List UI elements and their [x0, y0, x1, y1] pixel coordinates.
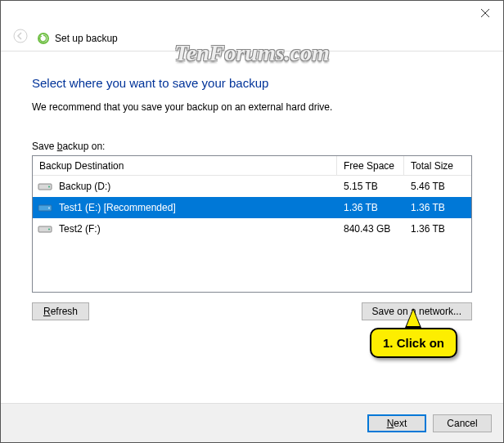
wizard-header: Set up backup — [1, 25, 503, 51]
list-header: Backup Destination Free Space Total Size — [33, 156, 471, 176]
content-area: Select where you want to save your backu… — [1, 51, 503, 320]
callout-text: 1. Click on — [370, 328, 457, 358]
footer: Next Cancel — [1, 403, 503, 442]
column-header-total-size[interactable]: Total Size — [404, 156, 471, 175]
destination-list[interactable]: Backup Destination Free Space Total Size… — [32, 155, 472, 293]
recommend-text: We recommend that you save your backup o… — [32, 101, 472, 113]
page-heading: Select where you want to save your backu… — [32, 76, 472, 90]
column-header-free-space[interactable]: Free Space — [337, 156, 404, 175]
svg-point-8 — [48, 208, 50, 209]
svg-point-2 — [14, 29, 27, 43]
wizard-title: Set up backup — [55, 33, 118, 44]
refresh-button[interactable]: Refresh — [32, 302, 89, 320]
next-button[interactable]: Next — [367, 414, 426, 432]
titlebar — [1, 1, 503, 25]
total-size: 5.46 TB — [404, 181, 471, 192]
column-header-destination[interactable]: Backup Destination — [33, 156, 337, 175]
list-row-selected[interactable]: Test1 (E:) [Recommended] 1.36 TB 1.36 TB — [33, 197, 471, 218]
drive-icon — [38, 223, 52, 235]
total-size: 1.36 TB — [404, 223, 471, 235]
close-button[interactable] — [466, 1, 503, 25]
svg-point-10 — [48, 229, 50, 230]
back-arrow-icon — [7, 28, 34, 48]
save-on-label: Save backup on: — [32, 141, 472, 152]
backup-app-icon — [37, 32, 50, 45]
annotation-callout: 1. Click on — [370, 328, 457, 358]
free-space: 1.36 TB — [337, 202, 404, 213]
cancel-button[interactable]: Cancel — [433, 414, 492, 432]
drive-name: Backup (D:) — [59, 181, 110, 192]
list-row[interactable]: Backup (D:) 5.15 TB 5.46 TB — [33, 176, 471, 197]
list-row[interactable]: Test2 (F:) 840.43 GB 1.36 TB — [33, 218, 471, 239]
drive-icon — [38, 202, 52, 213]
svg-point-6 — [48, 186, 50, 188]
drive-icon — [38, 181, 52, 192]
drive-name: Test2 (F:) — [59, 223, 101, 235]
free-space: 840.43 GB — [337, 223, 404, 235]
total-size: 1.36 TB — [404, 202, 471, 213]
free-space: 5.15 TB — [337, 181, 404, 192]
callout-arrow-icon — [405, 308, 421, 328]
drive-name: Test1 (E:) [Recommended] — [59, 202, 176, 213]
